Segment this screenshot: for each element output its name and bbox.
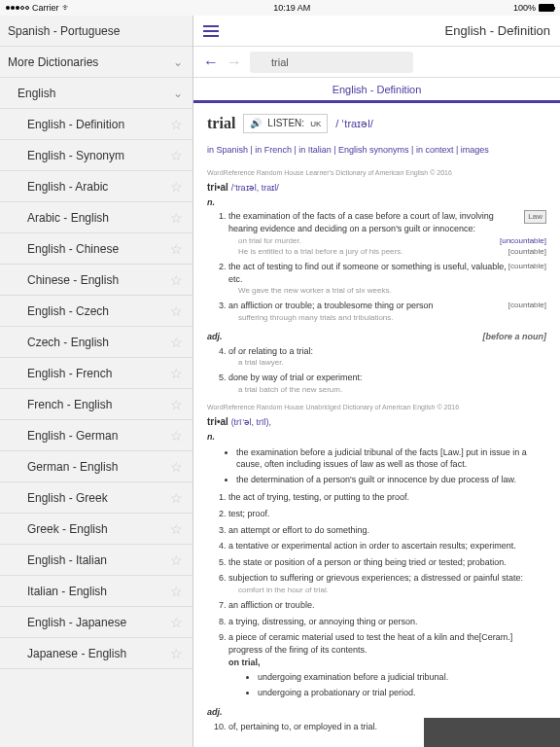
search-input[interactable] (250, 52, 413, 73)
star-icon[interactable]: ☆ (170, 615, 183, 630)
sidebar-item[interactable]: German - English☆ (0, 451, 192, 482)
star-icon[interactable]: ☆ (170, 521, 183, 537)
status-bar: Carrier ᯤ 10:19 AM 100% (0, 0, 560, 16)
battery-icon (539, 4, 554, 12)
sidebar-item[interactable]: Chinese - English☆ (0, 265, 192, 296)
headword: trial (207, 113, 235, 134)
star-icon[interactable]: ☆ (170, 428, 183, 444)
chevron-down-icon: ⌄ (173, 55, 183, 69)
footer-ad (424, 718, 560, 747)
sidebar-group-more[interactable]: More Dictionaries⌄ (0, 47, 192, 78)
battery-pct: 100% (513, 3, 536, 13)
star-icon[interactable]: ☆ (170, 335, 183, 350)
sidebar-item[interactable]: English - French☆ (0, 358, 192, 389)
sidebar-item[interactable]: English - Chinese☆ (0, 233, 192, 265)
speaker-icon: 🔊 (250, 117, 262, 130)
sidebar-item[interactable]: English - German☆ (0, 420, 192, 451)
listen-button[interactable]: 🔊 LISTEN: UK (243, 114, 328, 133)
sidebar-item[interactable]: English - Definition☆ (0, 109, 192, 140)
star-icon[interactable]: ☆ (170, 646, 183, 661)
sidebar-item[interactable]: English - Synonym☆ (0, 140, 192, 171)
star-icon[interactable]: ☆ (170, 584, 183, 599)
star-icon[interactable]: ☆ (170, 272, 183, 288)
forward-icon: → (227, 53, 242, 71)
sidebar-item[interactable]: Czech - English☆ (0, 327, 192, 358)
menu-icon[interactable] (203, 25, 219, 37)
star-icon[interactable]: ☆ (170, 117, 183, 132)
star-icon[interactable]: ☆ (170, 148, 183, 163)
sidebar-item[interactable]: Japanese - English☆ (0, 638, 192, 669)
star-icon[interactable]: ☆ (170, 397, 183, 412)
star-icon[interactable]: ☆ (170, 552, 183, 568)
sidebar-item[interactable]: English - Arabic☆ (0, 171, 192, 202)
star-icon[interactable]: ☆ (170, 303, 183, 319)
sidebar-item[interactable]: Greek - English☆ (0, 514, 192, 545)
page-title: English - Definition (445, 23, 550, 38)
sidebar: Spanish - Portuguese More Dictionaries⌄ … (0, 16, 193, 747)
pronunciation: / ˈtraɪəl/ (335, 117, 372, 131)
status-time: 10:19 AM (273, 3, 310, 13)
definition-content: trial 🔊 LISTEN: UK / ˈtraɪəl/ in Spanish… (193, 103, 560, 747)
carrier-label: Carrier (32, 3, 59, 13)
star-icon[interactable]: ☆ (170, 210, 183, 226)
star-icon[interactable]: ☆ (170, 179, 183, 195)
star-icon[interactable]: ☆ (170, 459, 183, 475)
chevron-down-icon: ⌄ (173, 87, 183, 100)
sidebar-item[interactable]: English - Greek☆ (0, 482, 192, 514)
sidebar-item[interactable]: Arabic - English☆ (0, 202, 192, 233)
cross-links[interactable]: in Spanish | in French | in Italian | En… (207, 144, 546, 157)
back-icon[interactable]: ← (203, 53, 219, 71)
star-icon[interactable]: ☆ (170, 366, 183, 381)
source-label: WordReference Random House Learner's Dic… (207, 168, 546, 178)
sidebar-item[interactable]: English - Japanese☆ (0, 607, 192, 638)
star-icon[interactable]: ☆ (170, 490, 183, 506)
sidebar-item[interactable]: Italian - English☆ (0, 576, 192, 607)
sidebar-item[interactable]: English - Czech☆ (0, 296, 192, 327)
tab-definition[interactable]: English - Definition (193, 78, 560, 103)
sidebar-item[interactable]: English - Italian☆ (0, 545, 192, 576)
sidebar-item-spanish-portuguese[interactable]: Spanish - Portuguese (0, 16, 192, 47)
star-icon[interactable]: ☆ (170, 241, 183, 257)
sidebar-sub-english[interactable]: English⌄ (0, 78, 192, 109)
wifi-icon: ᯤ (62, 3, 71, 13)
topbar: English - Definition (193, 16, 560, 47)
source-label: WordReference Random House Unabridged Di… (207, 403, 546, 412)
sidebar-item[interactable]: French - English☆ (0, 389, 192, 420)
